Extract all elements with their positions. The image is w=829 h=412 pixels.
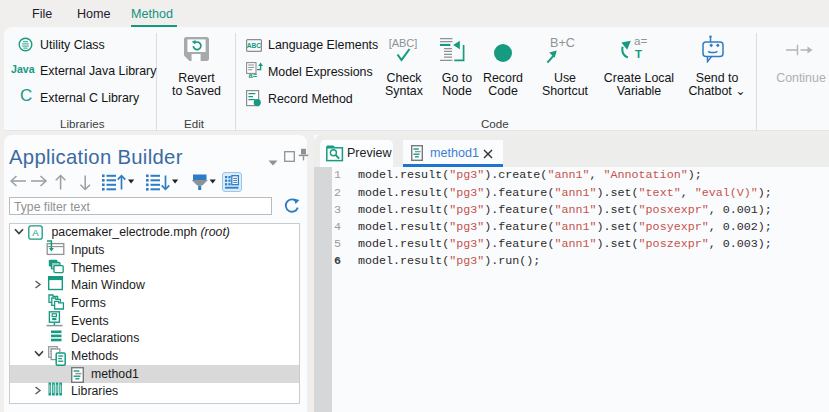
svg-text:ABC: ABC <box>247 42 262 49</box>
svg-text:a=: a= <box>634 35 647 47</box>
svg-text:A: A <box>32 227 39 238</box>
svg-text:T: T <box>635 48 642 60</box>
svg-text:a=: a= <box>249 71 258 79</box>
